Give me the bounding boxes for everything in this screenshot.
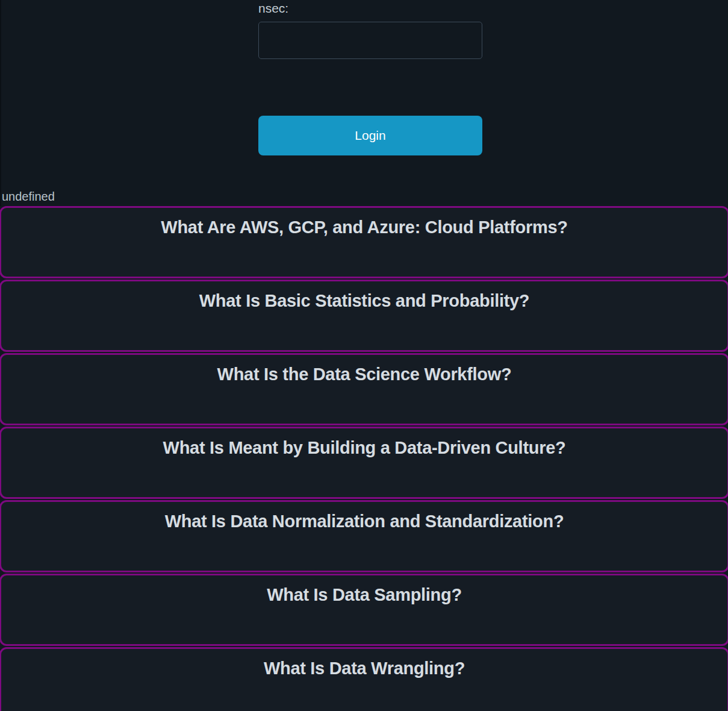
question-card-title: What Is Meant by Building a Data-Driven … (1, 437, 727, 459)
question-card[interactable]: What Is Data Normalization and Standardi… (0, 500, 728, 572)
nsec-label: nsec: (258, 1, 482, 16)
page-left-edge (0, 0, 1, 206)
question-card-title: What Is Data Normalization and Standardi… (1, 510, 727, 532)
question-card[interactable]: What Is Data Sampling? (0, 574, 728, 646)
question-card-title: What Is Data Sampling? (1, 584, 727, 606)
nsec-input[interactable] (258, 22, 482, 59)
question-card-title: What Are AWS, GCP, and Azure: Cloud Plat… (1, 216, 727, 238)
question-card[interactable]: What Are AWS, GCP, and Azure: Cloud Plat… (0, 206, 728, 278)
question-card-title: What Is Data Wrangling? (1, 657, 727, 679)
question-card-list: What Are AWS, GCP, and Azure: Cloud Plat… (0, 206, 728, 711)
question-card-title: What Is the Data Science Workflow? (1, 363, 727, 385)
login-button[interactable]: Login (258, 116, 482, 155)
question-card[interactable]: What Is the Data Science Workflow? (0, 353, 728, 425)
login-form: nsec: Login (0, 0, 728, 155)
question-card[interactable]: What Is Meant by Building a Data-Driven … (0, 427, 728, 499)
page: nsec: Login undefined What Are AWS, GCP,… (0, 0, 728, 711)
undefined-text: undefined (2, 190, 728, 204)
question-card[interactable]: What Is Basic Statistics and Probability… (0, 280, 728, 352)
question-card[interactable]: What Is Data Wrangling? (0, 647, 728, 711)
question-card-title: What Is Basic Statistics and Probability… (1, 290, 727, 312)
